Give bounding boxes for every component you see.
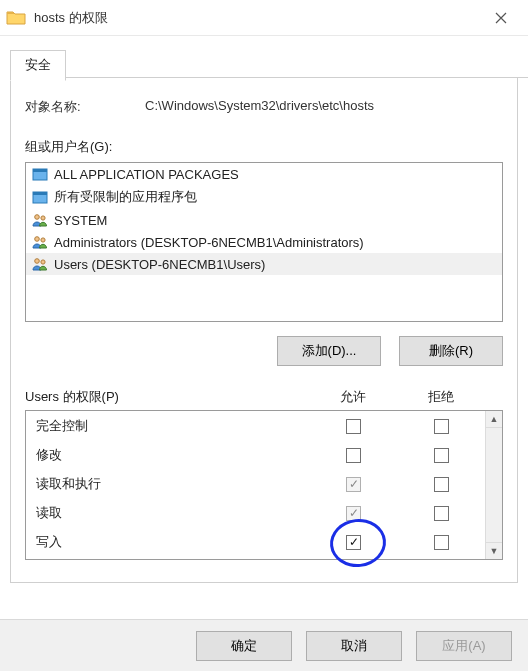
svg-point-7 <box>41 238 45 242</box>
object-row: 对象名称: C:\Windows\System32\drivers\etc\ho… <box>25 98 503 116</box>
window-title: hosts 的权限 <box>34 9 482 27</box>
remove-button[interactable]: 删除(R) <box>399 336 503 366</box>
package-icon <box>32 166 48 182</box>
allow-checkbox[interactable]: ✓ <box>346 477 361 492</box>
list-item-label: 所有受限制的应用程序包 <box>54 188 197 206</box>
deny-checkbox[interactable] <box>434 477 449 492</box>
groups-listbox[interactable]: ALL APPLICATION PACKAGES所有受限制的应用程序包SYSTE… <box>25 162 503 322</box>
security-panel: 对象名称: C:\Windows\System32\drivers\etc\ho… <box>10 78 518 583</box>
permission-name: 修改 <box>36 446 309 464</box>
permission-row: 修改 <box>26 440 485 469</box>
close-button[interactable] <box>482 4 520 32</box>
permission-row: 写入✓ <box>26 527 485 556</box>
allow-checkbox[interactable]: ✓ <box>346 535 361 550</box>
list-item-label: Administrators (DESKTOP-6NECMB1\Administ… <box>54 235 364 250</box>
object-name-value: C:\Windows\System32\drivers\etc\hosts <box>145 98 503 116</box>
permission-name: 读取 <box>36 504 309 522</box>
permissions-box: 完全控制修改读取和执行✓读取✓写入✓ ▲ ▼ <box>25 410 503 560</box>
allow-checkbox[interactable] <box>346 419 361 434</box>
list-item[interactable]: SYSTEM <box>26 209 502 231</box>
list-item[interactable]: Administrators (DESKTOP-6NECMB1\Administ… <box>26 231 502 253</box>
permission-row: 读取和执行✓ <box>26 469 485 498</box>
list-item[interactable]: 所有受限制的应用程序包 <box>26 185 502 209</box>
column-deny: 拒绝 <box>397 388 485 406</box>
package-icon <box>32 189 48 205</box>
list-item-label: SYSTEM <box>54 213 107 228</box>
svg-point-9 <box>41 260 45 264</box>
ok-button[interactable]: 确定 <box>196 631 292 661</box>
scroll-down-icon[interactable]: ▼ <box>486 542 502 559</box>
add-button[interactable]: 添加(D)... <box>277 336 381 366</box>
scroll-track[interactable] <box>486 428 502 542</box>
object-name-label: 对象名称: <box>25 98 145 116</box>
deny-checkbox[interactable] <box>434 535 449 550</box>
tab-strip: 安全 <box>10 50 528 78</box>
permission-row: 读取✓ <box>26 498 485 527</box>
folder-icon <box>6 8 26 28</box>
cancel-button[interactable]: 取消 <box>306 631 402 661</box>
svg-rect-3 <box>33 192 47 195</box>
permission-name: 写入 <box>36 533 309 551</box>
list-item-label: ALL APPLICATION PACKAGES <box>54 167 239 182</box>
column-allow: 允许 <box>309 388 397 406</box>
deny-checkbox[interactable] <box>434 448 449 463</box>
permission-name: 完全控制 <box>36 417 309 435</box>
permissions-scrollbar[interactable]: ▲ ▼ <box>485 411 502 559</box>
list-item[interactable]: Users (DESKTOP-6NECMB1\Users) <box>26 253 502 275</box>
permissions-header: Users 的权限(P) 允许 拒绝 <box>25 388 503 406</box>
permission-name: 读取和执行 <box>36 475 309 493</box>
users-icon <box>32 212 48 228</box>
deny-checkbox[interactable] <box>434 419 449 434</box>
groups-label: 组或用户名(G): <box>25 138 503 156</box>
allow-checkbox[interactable]: ✓ <box>346 506 361 521</box>
apply-button[interactable]: 应用(A) <box>416 631 512 661</box>
close-icon <box>495 12 507 24</box>
allow-checkbox[interactable] <box>346 448 361 463</box>
scroll-up-icon[interactable]: ▲ <box>486 411 502 428</box>
list-item[interactable]: ALL APPLICATION PACKAGES <box>26 163 502 185</box>
svg-point-5 <box>41 216 45 220</box>
svg-point-6 <box>35 237 40 242</box>
users-icon <box>32 234 48 250</box>
list-item-label: Users (DESKTOP-6NECMB1\Users) <box>54 257 265 272</box>
svg-rect-1 <box>33 169 47 172</box>
svg-point-4 <box>35 215 40 220</box>
users-icon <box>32 256 48 272</box>
titlebar: hosts 的权限 <box>0 0 528 36</box>
permission-row: 完全控制 <box>26 411 485 440</box>
deny-checkbox[interactable] <box>434 506 449 521</box>
permissions-label: Users 的权限(P) <box>25 388 309 406</box>
svg-point-8 <box>35 259 40 264</box>
tab-security[interactable]: 安全 <box>10 50 66 81</box>
dialog-footer: 确定 取消 应用(A) <box>0 619 528 671</box>
